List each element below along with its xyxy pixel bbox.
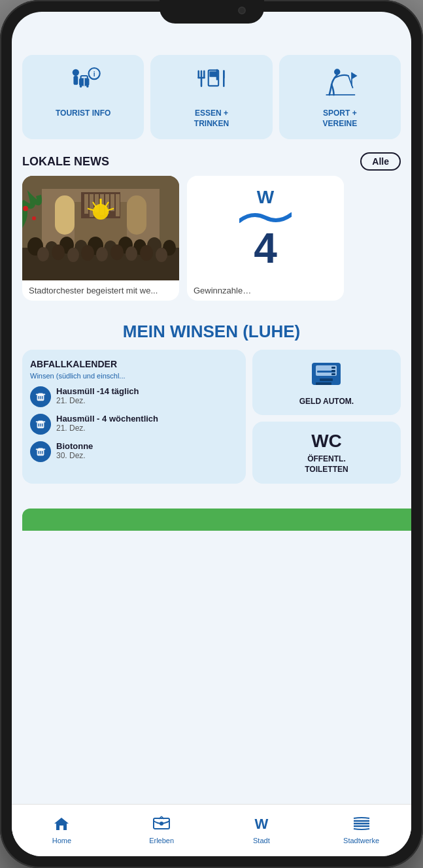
abfall-item-1: Hausmüll - 4 wöchentlich 21. Dez.: [30, 414, 238, 435]
trash-icon-0: [30, 386, 51, 407]
svg-point-5: [80, 86, 82, 88]
svg-point-56: [96, 247, 108, 261]
svg-rect-1: [74, 76, 78, 85]
nav-label-erleben: Erleben: [149, 837, 174, 844]
svg-point-60: [156, 248, 167, 262]
news-card-stadtorchester[interactable]: Stadtorchester begeistert mit we...: [22, 176, 179, 301]
stadt-icon: W: [252, 816, 271, 835]
nav-item-stadt[interactable]: W Stadt: [212, 805, 312, 851]
svg-rect-85: [331, 367, 335, 369]
sport-icon: [320, 65, 360, 102]
nav-label-stadt: Stadt: [253, 837, 270, 844]
abfall-date-0: 21. Dez.: [56, 396, 139, 405]
right-column: GELD AUTOM. WC ÖFFENTL. TOILETTEN: [252, 350, 401, 484]
abfall-subtitle: Winsen (südlich und einschl...: [30, 372, 238, 380]
green-button-partial: [22, 509, 411, 531]
news-section-header: LOKALE NEWS Alle: [12, 144, 411, 176]
mein-winsen-header: MEIN WINSEN (LUHE): [12, 309, 411, 350]
svg-point-52: [37, 247, 49, 261]
screen-content: i TOURIST INFO: [12, 12, 411, 804]
svg-point-62: [32, 216, 36, 220]
abfall-name-0: Hausmüll -14 täglich: [56, 386, 139, 396]
news-card-gewinnzahlen[interactable]: W 4 Gewinnzahle…: [187, 176, 344, 301]
phone-frame: i TOURIST INFO: [0, 0, 423, 868]
tourist-icon: i: [63, 65, 103, 102]
svg-text:i: i: [93, 71, 95, 78]
wc-text: WC: [311, 431, 342, 452]
essen-label: ESSEN + TRINKEN: [194, 108, 229, 129]
alle-button[interactable]: Alle: [360, 152, 401, 171]
nav-item-stadtwerke[interactable]: Stadtwerke: [311, 805, 411, 851]
svg-rect-88: [316, 382, 331, 385]
svg-text:W: W: [254, 816, 268, 831]
svg-rect-25: [127, 195, 146, 235]
stadtwerke-icon: [351, 816, 372, 835]
essen-icon: [192, 65, 231, 102]
svg-point-61: [23, 206, 28, 211]
w4-number: 4: [254, 227, 277, 269]
svg-rect-11: [203, 70, 205, 78]
erleben-icon: [152, 816, 171, 835]
trash-icon-2: [30, 441, 51, 462]
geld-automat-label: GELD AUTOM.: [299, 397, 354, 406]
w4-top-text: W: [257, 187, 274, 208]
svg-point-57: [110, 244, 124, 260]
category-card-essen[interactable]: ESSEN + TRINKEN: [150, 55, 272, 139]
notch: [160, 0, 264, 24]
svg-point-58: [126, 246, 137, 261]
abfall-title: ABFALLKALENDER: [30, 359, 238, 369]
svg-point-6: [86, 86, 88, 88]
home-icon: [53, 816, 70, 835]
svg-point-53: [52, 244, 65, 260]
svg-rect-86: [331, 370, 335, 372]
category-row: i TOURIST INFO: [12, 44, 411, 144]
news-image-w4: W 4: [187, 176, 344, 280]
svg-marker-20: [352, 73, 358, 79]
abfall-card[interactable]: ABFALLKALENDER Winsen (südlich und einsc…: [22, 350, 246, 484]
svg-rect-77: [36, 449, 45, 450]
home-indicator: [173, 857, 251, 860]
trash-icon-1: [30, 414, 51, 435]
abfall-date-1: 21. Dez.: [56, 424, 158, 433]
svg-rect-34: [116, 194, 120, 216]
abfall-date-2: 30. Dez.: [56, 451, 93, 460]
nav-label-stadtwerke: Stadtwerke: [343, 837, 379, 844]
wc-label: ÖFFENTL. TOILETTEN: [305, 454, 348, 475]
sport-label: SPORT + VEREINE: [322, 108, 357, 129]
abfall-name-1: Hausmüll - 4 wöchentlich: [56, 414, 158, 424]
svg-rect-24: [55, 195, 75, 235]
svg-point-0: [73, 69, 79, 76]
geld-automat-icon: [309, 359, 343, 392]
svg-rect-71: [36, 422, 45, 423]
svg-point-54: [67, 248, 79, 262]
camera-dot: [238, 7, 246, 14]
svg-point-59: [140, 245, 153, 261]
phone-screen: i TOURIST INFO: [12, 12, 411, 856]
wc-card[interactable]: WC ÖFFENTL. TOILETTEN: [252, 422, 401, 484]
svg-rect-14: [210, 71, 218, 77]
svg-rect-87: [331, 373, 335, 375]
svg-rect-84: [320, 378, 333, 381]
nav-item-home[interactable]: Home: [12, 805, 112, 851]
svg-rect-65: [36, 394, 45, 395]
svg-rect-28: [84, 194, 88, 214]
tourist-label: TOURIST INFO: [56, 108, 110, 119]
news-caption-stadtorchester: Stadtorchester begeistert mit we...: [22, 280, 179, 301]
svg-rect-12: [198, 77, 205, 79]
news-caption-gewinnzahlen: Gewinnzahle…: [187, 280, 344, 301]
nav-item-erleben[interactable]: Erleben: [112, 805, 212, 851]
news-image-church: [22, 176, 179, 280]
category-card-sport[interactable]: SPORT + VEREINE: [279, 55, 401, 139]
category-card-tourist[interactable]: i TOURIST INFO: [22, 55, 144, 139]
bottom-teaser: [12, 492, 411, 531]
svg-rect-10: [198, 70, 200, 78]
news-section-title: LOKALE NEWS: [22, 155, 109, 169]
abfall-item-0: Hausmüll -14 täglich 21. Dez.: [30, 386, 238, 407]
svg-rect-29: [90, 194, 93, 217]
mein-winsen-title: MEIN WINSEN (LUHE): [22, 322, 401, 342]
svg-point-90: [160, 822, 163, 826]
content-grid: ABFALLKALENDER Winsen (südlich und einsc…: [12, 350, 411, 492]
svg-point-55: [81, 245, 94, 261]
svg-rect-15: [216, 69, 218, 80]
geld-automat-card[interactable]: GELD AUTOM.: [252, 350, 401, 415]
